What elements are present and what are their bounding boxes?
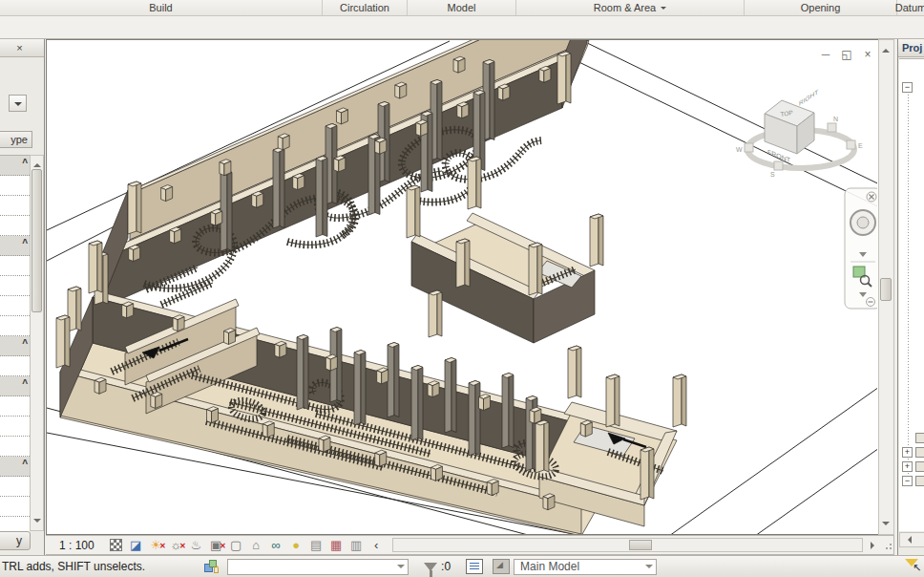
chevron-down-icon xyxy=(661,7,666,12)
building-model xyxy=(56,40,686,534)
tree-item[interactable] xyxy=(915,476,924,486)
view-control-bar: ◪☀✕☼✕♨▣✕▢⌂∞●▤▦▥‹ xyxy=(108,537,385,553)
drawing-area[interactable]: W E S N TOP FRONT RIGHT xyxy=(46,39,878,535)
viewcube[interactable]: W E S N TOP FRONT RIGHT xyxy=(736,88,863,178)
property-row[interactable]: ^ xyxy=(0,336,30,356)
temporary-view-properties-icon[interactable]: ▤ xyxy=(308,537,325,553)
restore-window-icon[interactable]: ◱ xyxy=(840,48,853,61)
horizontal-scrollbar[interactable] xyxy=(392,538,863,552)
ribbon-panel-room-area[interactable]: Room & Area xyxy=(516,0,745,15)
worksets-icon[interactable] xyxy=(204,559,220,574)
property-row[interactable]: ^ xyxy=(0,156,30,176)
view-scale-button[interactable]: 1 : 100 xyxy=(59,539,94,552)
scroll-right-button[interactable] xyxy=(867,538,880,552)
workset-select[interactable] xyxy=(227,559,409,575)
resize-grip[interactable] xyxy=(882,540,893,551)
3d-model-view: W E S N TOP FRONT RIGHT xyxy=(47,40,877,534)
ribbon-panel-opening[interactable]: Opening xyxy=(745,0,897,15)
ribbon-panel-model[interactable]: Model xyxy=(408,0,516,15)
design-options-icon[interactable] xyxy=(493,559,510,574)
property-row[interactable] xyxy=(0,497,30,517)
sun-path-icon[interactable]: ☀✕ xyxy=(148,537,164,553)
property-row[interactable] xyxy=(0,356,30,376)
property-row[interactable]: ^ xyxy=(0,457,30,477)
navigation-bar[interactable] xyxy=(845,188,877,309)
type-selector-dropdown[interactable] xyxy=(9,95,27,112)
hide-isolate-icon[interactable]: ∞ xyxy=(268,537,284,553)
ribbon-panel-labels: Build Circulation Model Room & Area Open… xyxy=(0,0,924,16)
property-row[interactable] xyxy=(0,477,30,497)
compass-east-label[interactable]: E xyxy=(858,142,863,149)
property-row[interactable] xyxy=(0,296,30,316)
selection-count: :0 xyxy=(441,560,451,573)
property-row[interactable] xyxy=(0,176,30,196)
tree-item[interactable] xyxy=(915,433,924,443)
ribbon-panel-build[interactable]: Build xyxy=(0,0,323,15)
editable-only-icon[interactable] xyxy=(466,559,483,574)
ribbon-panel-circulation[interactable]: Circulation xyxy=(323,0,408,15)
compass-north-label[interactable]: N xyxy=(833,116,838,122)
property-row[interactable] xyxy=(0,196,30,216)
steering-wheel-icon[interactable] xyxy=(850,210,875,235)
minimize-window-icon[interactable]: ─ xyxy=(819,48,832,61)
detail-level-icon[interactable] xyxy=(108,537,124,553)
filter-cursor-icon[interactable]: ↖ xyxy=(905,558,922,575)
scroll-up-icon[interactable] xyxy=(882,45,890,53)
properties-grid: ^^^^^ xyxy=(0,155,30,531)
displace-elements-icon[interactable]: ▥ xyxy=(348,537,365,553)
rendering-dialog-icon[interactable]: ♨ xyxy=(188,537,204,553)
selection-filter-icon[interactable] xyxy=(424,563,437,571)
property-row[interactable]: ^ xyxy=(0,376,30,396)
shadows-icon[interactable]: ☼✕ xyxy=(168,537,184,553)
expand-icon[interactable]: + xyxy=(902,447,913,458)
status-message: TRL adds, SHIFT unselects. xyxy=(2,560,145,573)
viewcube-right-label[interactable]: RIGHT xyxy=(799,88,819,108)
crop-view-icon[interactable]: ▣✕ xyxy=(208,537,224,553)
view-window-controls: ─ ◱ × xyxy=(819,48,874,61)
property-row[interactable]: ^ xyxy=(0,236,30,256)
project-browser-tree[interactable]: −++− xyxy=(899,58,924,531)
expand-icon[interactable]: + xyxy=(902,461,913,472)
design-option-select[interactable]: Main Model xyxy=(514,559,657,575)
collapse-icon[interactable]: − xyxy=(902,82,913,93)
scroll-down-icon[interactable] xyxy=(882,522,890,529)
ribbon-panel-datum[interactable]: Datum xyxy=(897,0,924,15)
collapse-icon[interactable]: − xyxy=(902,476,913,486)
browser-hscrollbar[interactable] xyxy=(899,532,924,547)
edit-type-button[interactable]: ype xyxy=(0,131,32,148)
property-row[interactable] xyxy=(0,216,30,236)
analytical-model-icon[interactable]: ▦ xyxy=(328,537,345,553)
view-bottom-bar: 1 : 100 ◪☀✕☼✕♨▣✕▢⌂∞●▤▦▥‹ xyxy=(46,535,894,555)
property-row[interactable] xyxy=(0,437,30,457)
properties-scrollbar-thumb[interactable] xyxy=(32,169,42,312)
property-row[interactable] xyxy=(0,276,30,296)
chevron-down-icon xyxy=(14,102,22,110)
reveal-hidden-icon[interactable]: ● xyxy=(288,537,304,553)
vertical-scrollbar[interactable] xyxy=(878,39,894,535)
close-window-icon[interactable]: × xyxy=(861,48,874,61)
properties-palette: × ype ^^^^^ y xyxy=(0,39,45,555)
lock-3d-view-icon[interactable]: ⌂ xyxy=(248,537,264,553)
vcb-collapse-icon[interactable]: ‹ xyxy=(368,537,385,553)
tree-item[interactable] xyxy=(915,461,924,472)
scroll-left-icon[interactable] xyxy=(904,536,912,544)
vertical-scrollbar-thumb[interactable] xyxy=(880,278,892,301)
property-row[interactable] xyxy=(0,256,30,276)
close-icon[interactable]: × xyxy=(12,41,27,55)
property-row[interactable] xyxy=(0,417,30,437)
visual-style-icon[interactable]: ◪ xyxy=(128,537,144,553)
compass-west-label[interactable]: W xyxy=(736,146,743,153)
apply-button[interactable]: y xyxy=(0,531,31,550)
property-row[interactable] xyxy=(0,396,30,417)
scroll-down-icon[interactable] xyxy=(33,519,41,526)
scroll-up-icon[interactable] xyxy=(33,160,41,167)
horizontal-scrollbar-thumb[interactable] xyxy=(629,540,652,550)
properties-scrollbar[interactable] xyxy=(30,155,44,531)
tree-item[interactable] xyxy=(915,447,924,458)
properties-palette-header: × xyxy=(0,39,44,57)
compass-south-label[interactable]: S xyxy=(770,171,775,178)
chevron-down-icon xyxy=(397,565,405,572)
property-row[interactable] xyxy=(0,316,30,336)
crop-region-icon[interactable]: ▢ xyxy=(228,537,244,553)
project-browser: Proj −++− xyxy=(897,39,924,555)
